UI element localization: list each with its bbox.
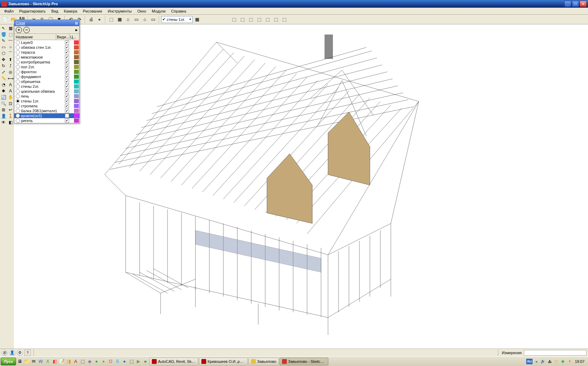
layer-visible-checkbox[interactable]: ✔ [65, 40, 69, 45]
layer-row[interactable]: стены 2эт.✔ [14, 84, 79, 89]
layer-active-radio[interactable] [16, 94, 20, 98]
minimize-button[interactable]: _ [564, 1, 571, 7]
taskbar-task[interactable]: Кривошеев О.И..pdf - A... [199, 358, 248, 365]
layer-row[interactable]: обвязка стен 1эт.✔ [14, 45, 79, 50]
menu-tools[interactable]: Инструменты [105, 8, 135, 14]
ql-acad-icon[interactable]: A [73, 358, 79, 365]
offset-tool-icon[interactable]: ◎ [7, 69, 14, 75]
layer-color-swatch[interactable] [74, 65, 79, 69]
followme-tool-icon[interactable]: ⤴ [7, 63, 14, 69]
top-icon[interactable]: ▦ [116, 16, 124, 23]
axes-tool-icon[interactable]: ✱ [0, 88, 7, 94]
arc-tool-icon[interactable]: ⌒ [7, 50, 14, 56]
line-tool-icon[interactable]: ✎ [0, 38, 7, 44]
layers-panel-menu-icon[interactable]: ▶ [75, 28, 78, 32]
layer-active-radio[interactable] [16, 89, 20, 93]
layer-visible-checkbox[interactable] [65, 114, 69, 118]
move-tool-icon[interactable]: ✥ [0, 56, 7, 63]
add-layer-button[interactable]: + [16, 27, 22, 33]
layer-color-swatch[interactable] [74, 89, 79, 93]
3dtext-tool-icon[interactable]: A [7, 88, 14, 94]
layer-visible-checkbox[interactable]: ✔ [65, 79, 69, 84]
rect-tool-icon[interactable]: ▭ [0, 44, 7, 50]
layer-active-radio[interactable] [16, 65, 20, 69]
taskbar-clock[interactable]: 19:07 [573, 359, 586, 364]
menu-file[interactable]: Файл [1, 8, 16, 14]
layer-visible-checkbox[interactable]: ✔ [65, 70, 69, 74]
protractor-tool-icon[interactable]: ◔ [0, 82, 7, 88]
layer-visible-checkbox[interactable]: ✔ [65, 94, 69, 98]
ql-expand-icon[interactable]: » [142, 358, 149, 365]
shaded-tex-icon[interactable]: ⬚ [264, 16, 271, 23]
help-icon[interactable]: ? [24, 350, 31, 356]
section-tool-icon[interactable]: ◧ [7, 119, 14, 125]
layer-row[interactable]: ригель✔ [14, 118, 79, 123]
hidden-line-icon[interactable]: ⬚ [247, 16, 255, 23]
layer-visible-checkbox[interactable]: ✔ [65, 99, 69, 103]
text-tool-icon[interactable]: A [7, 82, 14, 88]
layer-visible-checkbox[interactable]: ✔ [65, 65, 69, 69]
back-icon[interactable]: ⌂ [141, 16, 149, 23]
layer-color-swatch[interactable] [74, 109, 79, 113]
previous-icon[interactable]: ↩ [7, 107, 14, 113]
layer-active-radio[interactable] [16, 104, 20, 108]
scale-tool-icon[interactable]: ⤢ [0, 69, 7, 75]
layer-visible-checkbox[interactable]: ✔ [65, 45, 69, 49]
layer-active-radio[interactable] [16, 60, 20, 64]
layer-active-radio[interactable] [16, 40, 20, 45]
layer-color-swatch[interactable] [74, 79, 79, 84]
tray-shield-icon[interactable]: 🛡 [553, 359, 559, 364]
layer-row[interactable]: цокольная обвязка✔ [14, 89, 79, 94]
layer-visible-checkbox[interactable]: ✔ [65, 109, 69, 113]
layer-color-swatch[interactable] [74, 104, 79, 108]
wireframe-icon[interactable]: ⬚ [239, 16, 246, 23]
layer-row[interactable]: Layer0✔ [14, 40, 79, 45]
select-tool-icon[interactable]: ↖ [0, 25, 7, 31]
ql-app5-icon[interactable]: ● [121, 358, 128, 365]
ql-tc-icon[interactable]: ◨ [66, 358, 72, 365]
language-indicator[interactable]: RU [526, 359, 533, 364]
tray-network-icon[interactable]: 🖧 [547, 359, 552, 364]
layer-active-radio[interactable] [16, 84, 20, 89]
model-viewport[interactable] [14, 24, 588, 356]
ql-excel-icon[interactable]: X [45, 358, 51, 365]
layer-row[interactable]: фронтон✔ [14, 69, 79, 74]
menu-window[interactable]: Окно [134, 8, 149, 14]
menu-edit[interactable]: Редактировать [16, 8, 49, 14]
layer-color-swatch[interactable] [74, 45, 79, 49]
layer-row[interactable]: контробрешетка✔ [14, 60, 79, 64]
zoom-window-icon[interactable]: ⊡ [7, 100, 14, 107]
layer-color-swatch[interactable] [74, 55, 79, 59]
layer-row[interactable]: балка 20Б1(металл)✔ [14, 108, 79, 113]
circle-tool-icon[interactable]: ○ [7, 44, 14, 50]
taskbar-task[interactable]: AutoCAD, Revit, Sketch... [149, 358, 198, 365]
tray-update-icon[interactable]: ⬆ [567, 359, 572, 364]
column-visible[interactable]: Види... [56, 34, 69, 40]
ql-explorer-icon[interactable]: 📁 [24, 358, 30, 365]
position-camera-icon[interactable]: 👤 [0, 113, 7, 119]
layer-visible-checkbox[interactable]: ✔ [65, 104, 69, 108]
measurements-input[interactable] [524, 350, 587, 356]
tray-expand-icon[interactable]: « [534, 359, 539, 364]
layer-active-radio[interactable] [16, 79, 20, 84]
layer-color-swatch[interactable] [74, 50, 79, 54]
layer-active-radio[interactable] [16, 70, 20, 74]
style-icon[interactable]: ⬚ [281, 16, 288, 23]
layer-color-swatch[interactable] [74, 94, 79, 98]
ql-word-icon[interactable]: W [38, 358, 44, 365]
layer-visible-checkbox[interactable]: ✔ [65, 84, 69, 89]
layers-panel[interactable]: Слои ⊠ + − ▶ Название Види... Ц... Layer… [14, 20, 80, 123]
layers-panel-close-icon[interactable]: ⊠ [75, 21, 78, 25]
right-icon[interactable]: ▭ [133, 16, 140, 23]
layer-visible-checkbox[interactable]: ✔ [65, 50, 69, 54]
component-tool-icon[interactable]: ▦ [7, 25, 14, 31]
layer-select[interactable]: ✔ стены 1эт. ▼ [161, 16, 193, 23]
layer-active-radio[interactable] [16, 55, 20, 59]
credits-icon[interactable]: 👤 [9, 350, 15, 356]
start-button[interactable]: Пуск [1, 358, 16, 365]
layer-visible-checkbox[interactable]: ✔ [65, 119, 69, 123]
mono-icon[interactable]: ⬚ [272, 16, 280, 23]
layer-visible-checkbox[interactable]: ✔ [65, 75, 69, 79]
eraser-tool-icon[interactable]: ⬚ [7, 31, 14, 38]
ql-app7-icon[interactable]: ▶ [135, 358, 142, 365]
